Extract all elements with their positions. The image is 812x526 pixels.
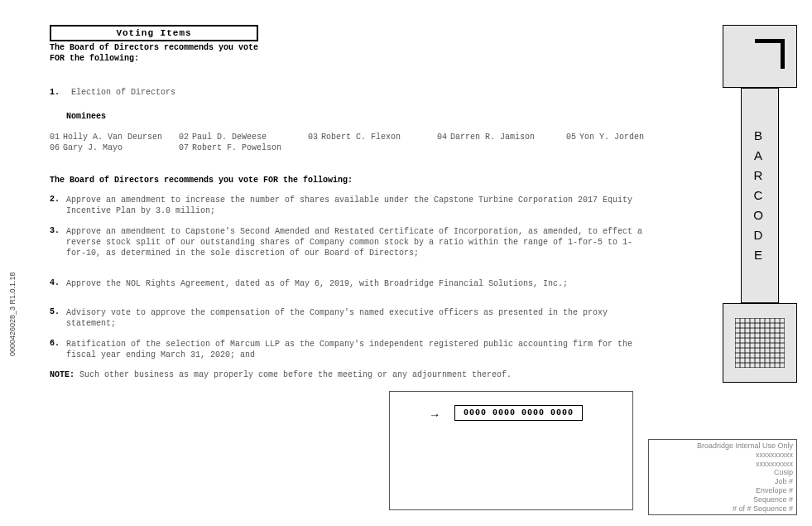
nominee-name: Gary J. Mayo — [63, 143, 179, 152]
note-label: NOTE: — [50, 370, 74, 379]
internal-line: Envelope # — [652, 486, 793, 495]
internal-line: xxxxxxxxxx — [652, 451, 793, 460]
nominee-name: Darren R. Jamison — [450, 133, 566, 142]
corner-mark-icon — [755, 39, 785, 69]
note-text: Such other business as may properly come… — [74, 370, 512, 379]
barcode-placeholder: BARCODE — [741, 88, 779, 303]
side-column: BARCODE — [723, 25, 797, 383]
recommend-line-1: The Board of Directors recommends you vo… — [50, 43, 704, 52]
barcode-label: BARCODE — [753, 126, 766, 265]
nominee-num: 04 — [437, 133, 450, 142]
proposal-text: Approve an amendment to Capstone's Secon… — [66, 226, 646, 258]
nominee-name: Yon Y. Jorden — [579, 133, 695, 142]
qr-grid-icon — [735, 318, 785, 368]
signature-box: → 0000 0000 0000 0000 — [389, 391, 633, 510]
voting-items-title: Voting Items — [50, 25, 258, 41]
nominee-name: Paul D. DeWeese — [192, 133, 308, 142]
control-number-box: 0000 0000 0000 0000 — [454, 405, 583, 421]
nominee-num: 05 — [566, 133, 579, 142]
internal-line: Sequence # — [652, 495, 793, 504]
item-1: 1. Election of Directors — [50, 88, 704, 97]
item-1-title: Election of Directors — [71, 88, 175, 97]
recommend-2: The Board of Directors recommends you vo… — [50, 176, 704, 185]
nominee-num: 02 — [179, 133, 192, 142]
nominees-grid: 01Holly A. Van Deursen 02Paul D. DeWeese… — [50, 133, 704, 152]
proposal-3: 3. Approve an amendment to Capstone's Se… — [50, 226, 704, 258]
left-rotated-label: 0000426028_3 R1.0.1.18 — [8, 272, 17, 356]
nominee-name: Holly A. Van Deursen — [63, 133, 179, 142]
internal-line: Job # — [652, 477, 793, 486]
nominee-name: Robert F. Powelson — [192, 143, 308, 152]
nominee-num: 07 — [179, 143, 192, 152]
proposal-text: Approve an amendment to increase the num… — [66, 195, 646, 216]
left-label-text: 0000426028_3 R1.0.1.18 — [8, 272, 17, 356]
recommend-line-2: FOR the following: — [50, 54, 704, 63]
proposal-number: 4. — [50, 278, 66, 289]
internal-use-box: Broadridge Internal Use Only xxxxxxxxxx … — [648, 439, 797, 515]
nominee-name: Robert C. Flexon — [321, 133, 437, 142]
arrow-icon: → — [431, 408, 438, 422]
proposal-6: 6. Ratification of the selection of Marc… — [50, 339, 704, 360]
note-line: NOTE: Such other business as may properl… — [50, 370, 704, 379]
proposal-2: 2. Approve an amendment to increase the … — [50, 195, 704, 216]
proposal-text: Advisory vote to approve the compensatio… — [66, 307, 646, 329]
nominee-num: 06 — [50, 143, 63, 152]
proposal-number: 6. — [50, 339, 66, 360]
corner-mark-box — [723, 25, 797, 88]
nominees-heading: Nominees — [66, 112, 704, 121]
main-content: Voting Items The Board of Directors reco… — [50, 25, 704, 379]
proposal-number: 2. — [50, 195, 66, 216]
proposal-number: 3. — [50, 226, 66, 258]
proposal-text: Approve the NOL Rights Agreement, dated … — [66, 278, 646, 289]
nominee-num: 03 — [308, 133, 321, 142]
proposal-text: Ratification of the selection of Marcum … — [66, 339, 646, 360]
internal-line: Cusip — [652, 468, 793, 477]
item-1-number: 1. — [50, 88, 66, 97]
internal-line: xxxxxxxxxx — [652, 460, 793, 469]
qr-placeholder — [723, 303, 797, 383]
internal-header: Broadridge Internal Use Only — [652, 442, 793, 451]
proposal-4: 4. Approve the NOL Rights Agreement, dat… — [50, 278, 704, 289]
internal-line: # of # Sequence # — [652, 504, 793, 514]
proposal-5: 5. Advisory vote to approve the compensa… — [50, 307, 704, 329]
proposal-number: 5. — [50, 307, 66, 329]
nominee-num: 01 — [50, 133, 63, 142]
